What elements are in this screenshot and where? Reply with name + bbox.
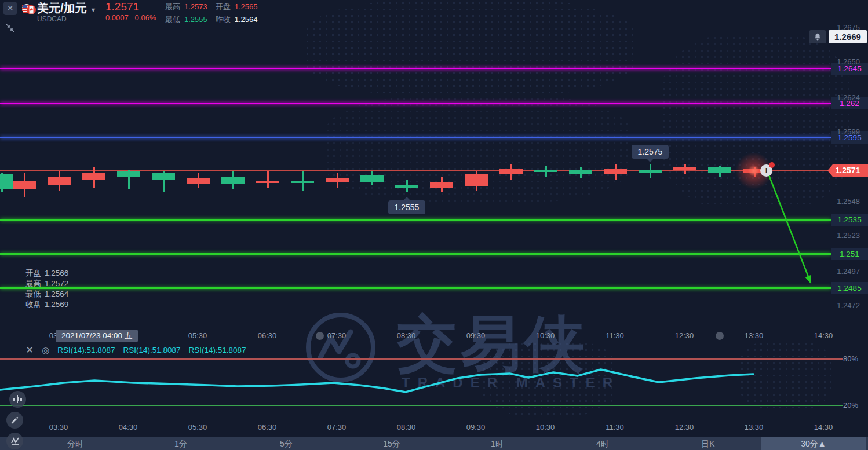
close-icon: ✕ — [7, 3, 14, 13]
header-stats: 最高1.2573开盘1.2565最低1.2555昨收1.2564 — [165, 2, 258, 25]
time-axis-label: 04:30 — [111, 423, 145, 431]
stat-label: 最高 — [165, 2, 180, 11]
header-stat: 开盘1.2565 — [216, 2, 258, 12]
timeframe-bar: 分时1分5分15分1时4时日K30分▲ — [0, 437, 868, 450]
candlestick-icon — [13, 394, 23, 404]
bell-icon — [814, 32, 822, 41]
symbol-name-label: 美元/加元 — [37, 2, 87, 14]
time-axis-label: 12:30 — [667, 423, 702, 431]
timeframe-15分[interactable]: 15分 — [339, 437, 444, 450]
close-chart-button[interactable]: ✕ — [3, 2, 17, 15]
indicator-tool-button[interactable] — [6, 433, 23, 449]
current-price-tag: 1.2571 — [827, 164, 868, 177]
symbol-code: USDCAD — [37, 15, 67, 23]
time-axis-label: 10:30 — [528, 423, 563, 431]
time-axis-label: 08:30 — [389, 423, 424, 431]
change-value: 0.0007 — [105, 13, 129, 22]
chevron-down-icon: ▼ — [90, 6, 97, 13]
last-price: 1.2571 — [105, 1, 139, 13]
timeframe-日K[interactable]: 日K — [655, 437, 761, 450]
collapse-icon — [5, 23, 15, 33]
time-axis-label: 11:30 — [597, 423, 632, 431]
stat-value: 1.2555 — [184, 15, 207, 24]
draw-tool-button[interactable] — [6, 412, 23, 429]
time-axis-label: 05:30 — [180, 423, 215, 431]
time-axis-label: 14:30 — [806, 423, 841, 431]
time-axis-label: 07:30 — [319, 423, 354, 431]
timeframe-5分[interactable]: 5分 — [234, 437, 339, 450]
time-axis-label: 09:30 — [458, 423, 493, 431]
chart-style-button[interactable] — [9, 391, 26, 408]
timeframe-30分[interactable]: 30分▲ — [761, 437, 866, 450]
timeframe-1分[interactable]: 1分 — [128, 437, 234, 450]
change-percent: 0.06% — [135, 13, 156, 22]
price-change: 0.0007 0.06% — [105, 13, 156, 22]
flag-icon — [21, 2, 37, 16]
timeframe-1时[interactable]: 1时 — [444, 437, 550, 450]
time-axis-label: 13:30 — [736, 423, 771, 431]
stat-value: 1.2565 — [235, 2, 258, 11]
header-stat: 最高1.2573 — [165, 2, 207, 12]
alert-price-label[interactable]: 1.2669 — [829, 30, 867, 43]
timeframe-4时[interactable]: 4时 — [550, 437, 655, 450]
rsi-line — [0, 0, 868, 450]
stat-value: 1.2573 — [184, 2, 207, 11]
collapse-button[interactable] — [3, 21, 17, 35]
alert-bell-button[interactable] — [809, 30, 826, 43]
header-stat: 昨收1.2564 — [216, 14, 258, 25]
stat-label: 昨收 — [216, 15, 231, 24]
time-axis-label: 03:30 — [41, 423, 76, 431]
time-axis-label: 06:30 — [250, 423, 285, 431]
timeframe-分时[interactable]: 分时 — [23, 437, 128, 450]
stat-label: 最低 — [165, 15, 180, 24]
stat-value: 1.2564 — [235, 15, 258, 24]
header-stat: 最低1.2555 — [165, 14, 207, 25]
indicator-line-icon — [10, 437, 20, 446]
pencil-icon — [10, 416, 19, 425]
chart-window: 交易侠 TRADER MASTER 1.26451.2621.25951.253… — [0, 0, 868, 450]
stat-label: 开盘 — [216, 2, 231, 11]
symbol-name[interactable]: 美元/加元▼ — [37, 1, 96, 16]
